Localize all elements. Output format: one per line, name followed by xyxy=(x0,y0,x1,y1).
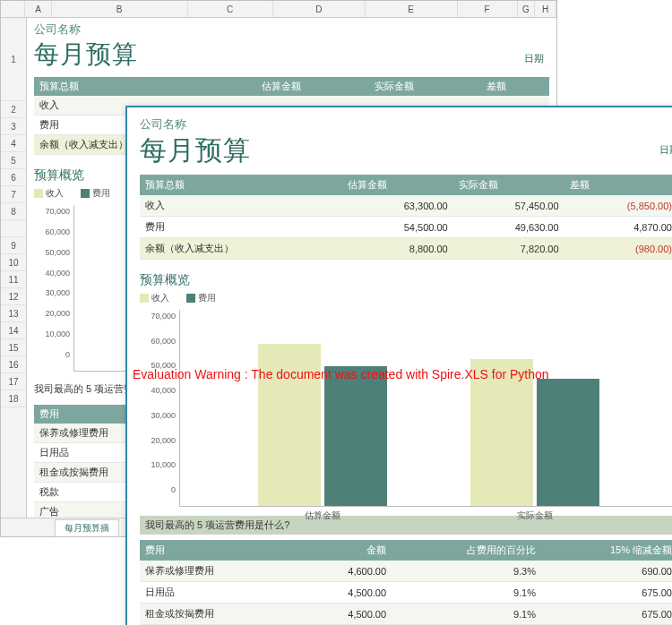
y-tick: 30,000 xyxy=(45,288,70,297)
col-header: 费用 xyxy=(140,540,289,561)
column-header[interactable]: G xyxy=(518,1,536,17)
column-header[interactable]: C xyxy=(188,1,273,17)
row-header[interactable]: 13 xyxy=(1,305,26,322)
legend-swatch-exp xyxy=(81,189,90,198)
row-header[interactable] xyxy=(1,220,26,237)
y-tick: 0 xyxy=(171,485,176,494)
date-label: 日期 xyxy=(659,143,672,157)
cell: 8,800.00 xyxy=(342,238,453,260)
col-header: 实际金额 xyxy=(369,77,481,96)
row-header[interactable]: 11 xyxy=(1,271,26,288)
chart-legend: 收入 费用 xyxy=(140,292,672,304)
table-row: 费用54,500.0049,630.004,870.00 xyxy=(140,217,672,238)
row-header[interactable]: 16 xyxy=(1,356,26,373)
page-title: 每月预算 xyxy=(140,133,672,169)
column-header[interactable]: B xyxy=(52,1,188,17)
column-headers: ABCDEFGH xyxy=(1,1,556,18)
bar-exp xyxy=(324,366,387,506)
column-header[interactable]: F xyxy=(458,1,518,17)
column-header[interactable]: E xyxy=(366,1,458,17)
col-header: 占费用的百分比 xyxy=(392,540,541,561)
overview-heading: 预算概览 xyxy=(140,272,672,288)
col-header: 金额 xyxy=(289,540,392,561)
row-header[interactable]: 5 xyxy=(1,152,26,169)
row-label: 余额（收入减支出） xyxy=(140,238,342,260)
y-tick: 50,000 xyxy=(151,361,176,370)
legend-label: 收入 xyxy=(151,292,169,304)
col-header: 估算金额 xyxy=(256,77,368,96)
x-label: 实际金额 xyxy=(517,509,553,522)
company-name: 公司名称 xyxy=(140,116,672,133)
y-tick: 40,000 xyxy=(151,386,176,395)
y-tick: 10,000 xyxy=(151,460,176,469)
bar-group: 实际金额 xyxy=(470,359,599,506)
y-tick: 0 xyxy=(65,350,70,359)
row-header[interactable]: 3 xyxy=(1,118,26,135)
row-header[interactable]: 14 xyxy=(1,322,26,339)
sheet-tab[interactable]: 每月预算摘 xyxy=(55,519,119,536)
legend-label: 费用 xyxy=(92,187,110,200)
y-tick: 30,000 xyxy=(151,411,176,420)
y-tick: 70,000 xyxy=(151,312,176,321)
column-header[interactable]: A xyxy=(25,1,51,17)
row-label: 费用 xyxy=(140,217,342,238)
legend-label: 收入 xyxy=(46,187,64,200)
row-headers: 123456789101112131415161718 xyxy=(1,18,27,519)
row-header[interactable]: 9 xyxy=(1,237,26,254)
y-tick: 60,000 xyxy=(45,227,70,236)
row-header[interactable]: 10 xyxy=(1,254,26,271)
table-row: 租金或按揭费用4,500.009.1%675.00 xyxy=(140,604,672,625)
table-row: 日用品4,500.009.1%675.00 xyxy=(140,582,672,604)
cell: (5,850.00) xyxy=(564,195,672,217)
legend-swatch-rev xyxy=(34,189,43,198)
table-row: 余额（收入减支出）8,800.007,820.00(980.00) xyxy=(140,238,672,260)
budget-chart: 70,00060,00050,00040,00030,00020,00010,0… xyxy=(140,310,672,507)
cell: 63,300.00 xyxy=(342,195,453,217)
bar-rev xyxy=(258,344,321,506)
cell: 租金或按揭费用 xyxy=(140,604,289,625)
expense-table: 费用金额占费用的百分比15% 缩减金额 保养或修理费用4,600.009.3%6… xyxy=(140,540,672,625)
col-header: 15% 缩减金额 xyxy=(541,540,672,561)
cell: 9.3% xyxy=(392,561,541,582)
y-tick: 20,000 xyxy=(45,309,70,318)
cell: 4,500.00 xyxy=(289,582,392,604)
preview-window: 公司名称 每月预算 日期 预算总额估算金额实际金额差额 收入63,300.005… xyxy=(125,106,672,625)
y-tick: 40,000 xyxy=(45,269,70,278)
row-header[interactable]: 6 xyxy=(1,169,26,186)
cell: 690.00 xyxy=(541,561,672,582)
cell: (980.00) xyxy=(564,238,672,260)
cell: 4,600.00 xyxy=(289,561,392,582)
row-header[interactable]: 18 xyxy=(1,390,26,407)
summary-table: 预算总额估算金额实际金额差额 收入63,300.0057,450.00(5,85… xyxy=(140,175,672,260)
row-header[interactable]: 15 xyxy=(1,339,26,356)
cell: 54,500.00 xyxy=(342,217,453,238)
row-header[interactable]: 2 xyxy=(1,101,26,118)
cell: 保养或修理费用 xyxy=(140,561,289,582)
table-row: 保养或修理费用4,600.009.3%690.00 xyxy=(140,561,672,582)
row-header[interactable]: 17 xyxy=(1,373,26,390)
column-header[interactable]: H xyxy=(535,1,556,17)
cell: 4,870.00 xyxy=(564,217,672,238)
column-header[interactable]: D xyxy=(273,1,366,17)
cell: 日用品 xyxy=(140,582,289,604)
cell: 9.1% xyxy=(392,604,541,625)
row-header[interactable]: 4 xyxy=(1,135,26,152)
y-tick: 60,000 xyxy=(151,337,176,346)
cell: 9.1% xyxy=(392,582,541,604)
row-header[interactable]: 7 xyxy=(1,186,26,203)
y-tick: 10,000 xyxy=(45,330,70,338)
y-tick: 70,000 xyxy=(45,207,70,216)
row-label: 收入 xyxy=(140,195,342,217)
cell: 675.00 xyxy=(541,604,672,625)
row-header[interactable]: 8 xyxy=(1,203,26,220)
legend-swatch-exp xyxy=(186,294,195,303)
bar-exp xyxy=(537,379,599,506)
row-header[interactable]: 1 xyxy=(1,18,26,101)
col-header: 实际金额 xyxy=(453,175,564,195)
cell: 49,630.00 xyxy=(453,217,564,238)
cell: 4,500.00 xyxy=(289,604,392,625)
col-header: 差额 xyxy=(564,175,672,195)
cell: 57,450.00 xyxy=(453,195,564,217)
row-header[interactable]: 12 xyxy=(1,288,26,305)
page-title: 每月预算 xyxy=(34,38,549,72)
